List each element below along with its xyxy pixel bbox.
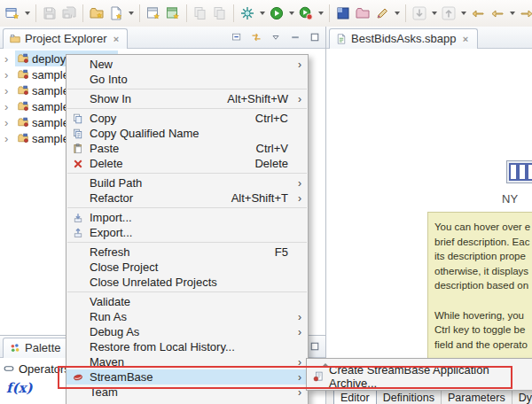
menu-item-maven[interactable]: Maven (66, 354, 308, 369)
menu-item-copy-qualified-name[interactable]: Copy Qualified Name (66, 126, 308, 141)
menu-item-delete[interactable]: DeleteDelete (66, 156, 308, 171)
menu-item-new[interactable]: New (66, 57, 308, 72)
expand-chevron-icon[interactable] (4, 101, 15, 113)
debug-dropdown-caret[interactable] (258, 5, 266, 21)
submenu-arrow-icon (298, 309, 301, 324)
menu-item-paste[interactable]: PasteCtrl+V (66, 141, 308, 156)
run-icon[interactable] (268, 4, 286, 22)
open-folder-pink-icon[interactable] (354, 4, 372, 22)
forward-icon[interactable] (518, 4, 532, 22)
save-all-icon[interactable] (60, 4, 78, 22)
copy-disabled-icon[interactable] (192, 4, 209, 22)
menu-item-validate[interactable]: Validate (66, 294, 308, 309)
palette-title: Palette (25, 341, 60, 354)
editor-bottom-tabs: Editor Definitions Parameters Dynamic V (326, 389, 532, 404)
menu-item-copy[interactable]: CopyCtrl+C (66, 111, 308, 126)
collapse-all-icon[interactable] (230, 30, 244, 44)
tab-project-explorer[interactable]: Project Explorer (3, 28, 128, 49)
debug-icon[interactable] (239, 4, 256, 22)
note-line: Ctrl key to toggle be (434, 322, 532, 338)
delete-icon (66, 159, 90, 169)
back-dropdown-caret[interactable] (508, 5, 516, 21)
context-menu: New Go Into Show InAlt+Shift+W CopyCtrl+… (66, 54, 309, 404)
menu-item-team[interactable]: Team (66, 385, 308, 400)
new-project-icon[interactable] (145, 4, 162, 22)
menu-item-build-path[interactable]: Build Path (66, 175, 308, 190)
toolbar-separator (82, 4, 83, 22)
close-icon[interactable] (461, 34, 471, 43)
menu-separator (67, 89, 307, 89)
menu-item-close-project[interactable]: Close Project (66, 260, 308, 275)
view-menu-icon[interactable] (269, 30, 283, 44)
submenu-arrow-icon (298, 190, 301, 206)
link-with-editor-icon[interactable] (249, 30, 263, 44)
editor-tab-bar: BestBidsAsks.sbapp (326, 27, 532, 49)
minimize-icon[interactable] (288, 30, 302, 44)
last-edit-location-icon[interactable] (469, 4, 487, 22)
expand-chevron-icon[interactable] (4, 85, 15, 97)
tab-dynamic-variables[interactable]: Dynamic V (512, 390, 532, 404)
maximize-icon[interactable] (308, 339, 322, 354)
tree-item-label: sample (32, 100, 69, 113)
menu-item-close-unrelated-projects[interactable]: Close Unrelated Projects (66, 275, 308, 290)
close-icon[interactable] (111, 34, 121, 43)
menu-item-import[interactable]: Import... (66, 210, 308, 225)
new-file-icon[interactable] (107, 4, 125, 22)
streambase-project-icon (18, 133, 28, 144)
tree-item-label: sample (32, 68, 69, 82)
annotate-pen-icon[interactable] (373, 4, 391, 22)
profile-icon[interactable] (297, 4, 315, 22)
note-line: While hovering, you (434, 308, 532, 323)
new-dropdown-caret[interactable] (23, 5, 31, 21)
next-annotation-caret[interactable] (430, 5, 438, 21)
expand-chevron-icon[interactable] (4, 133, 15, 144)
annotate-dropdown-caret[interactable] (393, 5, 401, 21)
prev-annotation-icon[interactable] (440, 4, 458, 22)
copy-qualified-name-icon (66, 128, 90, 139)
copy-disabled-icon-2[interactable] (211, 4, 229, 22)
editor-tab-title: BestBidsAsks.sbapp (351, 32, 457, 45)
menu-item-refresh[interactable]: RefreshF5 (66, 245, 308, 260)
toolbar-separator (233, 4, 234, 22)
main-toolbar (0, 0, 532, 27)
prev-annotation-caret[interactable] (459, 5, 467, 21)
maximize-icon[interactable] (308, 30, 322, 44)
tab-definitions[interactable]: Definitions (377, 390, 442, 404)
stream-icon-bar (525, 165, 528, 179)
submenu-arrow-icon (298, 91, 301, 106)
studio-perspective-icon[interactable] (334, 4, 352, 22)
menu-item-run-as[interactable]: Run As (66, 309, 308, 324)
run-dropdown-caret[interactable] (287, 5, 295, 21)
menu-item-restore-from-local-history[interactable]: Restore from Local History... (66, 339, 308, 354)
expand-chevron-icon[interactable] (4, 53, 15, 65)
streambase-project-icon (18, 101, 28, 112)
menu-item-debug-as[interactable]: Debug As (66, 324, 308, 339)
new-wizard-icon[interactable] (4, 4, 21, 22)
save-icon[interactable] (41, 4, 59, 22)
expand-chevron-icon[interactable] (4, 117, 15, 128)
menu-item-streambase[interactable]: StreamBase (66, 369, 308, 385)
menu-item-refactor[interactable]: RefactorAlt+Shift+T (66, 190, 308, 206)
profile-dropdown-caret[interactable] (317, 5, 325, 21)
tab-bestbidsasks[interactable]: BestBidsAsks.sbapp (329, 28, 478, 49)
menu-item-create-streambase-application-archive[interactable]: Create StreamBase Application Archive... (307, 367, 532, 386)
toolbar-separator (329, 4, 330, 22)
expand-chevron-icon[interactable] (4, 69, 15, 81)
menu-item-show-in[interactable]: Show InAlt+Shift+W (66, 91, 308, 106)
function-operator-icon[interactable]: f(x) (6, 380, 33, 396)
new-file-dropdown-caret[interactable] (127, 5, 135, 21)
tab-editor[interactable]: Editor (333, 390, 377, 404)
menu-item-export[interactable]: Export... (66, 225, 308, 240)
back-icon[interactable] (489, 4, 506, 22)
next-annotation-icon[interactable] (411, 4, 428, 22)
tab-parameters[interactable]: Parameters (442, 390, 512, 404)
project-explorer-icon (10, 34, 20, 44)
hover-help-note: You can hover over e brief description. … (427, 212, 532, 361)
menu-separator (67, 207, 307, 208)
new-test-icon[interactable] (164, 4, 182, 22)
project-explorer-title: Project Explorer (25, 32, 106, 45)
input-stream-component[interactable] (506, 160, 532, 183)
streambase-project-icon (18, 69, 28, 80)
menu-item-go-into[interactable]: Go Into (66, 72, 308, 87)
open-import-icon[interactable] (88, 4, 106, 22)
